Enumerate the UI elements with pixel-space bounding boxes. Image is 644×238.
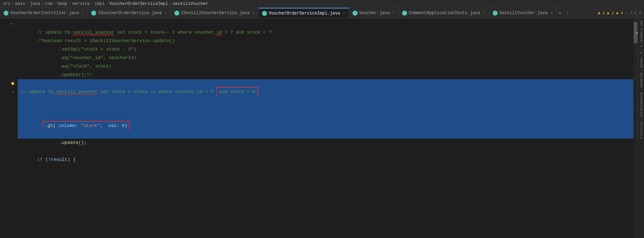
code-line-3: .setSql("stock = stock - 1")	[18, 37, 633, 45]
tab-seckill-voucher[interactable]: SeckillVoucher.java ×	[489, 8, 557, 18]
side-label-key-promoter[interactable]: Key Promoter X	[639, 18, 644, 50]
code-line-16: if (!result) {	[18, 147, 633, 156]
tab-comment-application-tests[interactable]: CommentApplicationTests.java ×	[399, 8, 489, 18]
breadcrumb-hmdp[interactable]: hmdp	[57, 1, 68, 6]
code-line-2: /*boolean result = iSeckillVoucherServic…	[18, 28, 633, 37]
tab-close[interactable]: ×	[551, 11, 553, 15]
tab-icon	[402, 11, 407, 16]
warnings-area: ▲ 1 ▲ 2 ▲ 4 ✓ 7 ∧ ∨	[598, 8, 644, 18]
tab-label: Voucher.java	[359, 11, 390, 16]
tab-label: VoucherOrderController.java	[10, 11, 79, 16]
line-num-13	[0, 122, 18, 130]
scroll-marker	[636, 33, 638, 34]
code-line-8: // 5.3扣减库存(针对使用乐观锁CAS，没走完解决)	[18, 79, 633, 88]
code-line-14: .update();	[18, 130, 633, 139]
tab-icon	[91, 11, 96, 16]
tab-icon	[174, 11, 179, 16]
tab-icon	[353, 11, 358, 16]
line-num-5	[0, 54, 18, 62]
tab-icon	[4, 11, 8, 16]
scrollbar[interactable]	[633, 18, 638, 238]
tab-label: CommentApplicationTests.java	[409, 11, 480, 16]
side-panel: Key Promoter X m Maven Database Document…	[638, 18, 644, 238]
breadcrumb-method[interactable]: seckillVoucher	[173, 1, 208, 6]
line-numbers: ▶ ▷	[0, 18, 18, 238]
breadcrumb-main[interactable]: main	[15, 1, 25, 6]
line-num-16	[0, 147, 18, 156]
breadcrumb-bar: src / main / java / com / hmdp / service…	[0, 0, 644, 8]
tab-voucher-order-controller[interactable]: VoucherOrderController.java ×	[0, 8, 88, 18]
line-num-6	[0, 62, 18, 71]
editor-container: ▶ ▷ // update tb_seckill_voucher set sto…	[0, 18, 644, 238]
tab-label: ISeckillVoucherService.java	[181, 11, 250, 16]
code-line-13: .gt( column: "stock", val: 0)	[18, 122, 633, 130]
tab-voucher[interactable]: Voucher.java ×	[349, 8, 399, 18]
line-num-7	[0, 71, 18, 79]
breadcrumb-class[interactable]: VoucherOrderServiceImpl	[109, 1, 168, 6]
tab-voucher-order-service-impl[interactable]: VoucherOrderServiceImpl.java ×	[259, 8, 349, 18]
nav-down[interactable]: ∨	[639, 11, 641, 15]
code-line-9: // update tb_seckill_voucher set stock =…	[18, 88, 633, 96]
code-line-12: .eq( column: "voucher_id", voucherId)	[18, 113, 633, 122]
arrow-indicator: ▷	[12, 88, 14, 96]
code-line-1: // update tb_seckill_voucher set stock =…	[18, 20, 633, 28]
line-num-11	[0, 105, 18, 113]
tab-overflow-button[interactable]: ▾	[557, 8, 564, 18]
line-num-1: ▶	[0, 20, 18, 28]
tab-icon	[262, 11, 267, 16]
code-editor[interactable]: // update tb_seckill_voucher set stock =…	[18, 18, 633, 238]
code-line-4: .eq("voucher_id", voucherId)	[18, 45, 633, 54]
line-num-10	[0, 96, 18, 105]
tab-close[interactable]: ×	[82, 11, 84, 15]
line-num-12	[0, 113, 18, 122]
line-num-14	[0, 130, 18, 139]
side-label-documentation[interactable]: Documentation	[639, 90, 644, 120]
tab-ivoucher-order-service[interactable]: IVoucherOrderService.java ×	[88, 8, 170, 18]
code-line-5: .eq("stock", stock)	[18, 54, 633, 62]
breadcrumb-service[interactable]: service	[72, 1, 90, 6]
side-label-m[interactable]: m	[639, 50, 644, 56]
breadcrumb-com[interactable]: com	[45, 1, 53, 6]
tab-close[interactable]: ×	[343, 11, 345, 15]
red-box-highlight: and stock > 0	[216, 87, 258, 97]
code-line-15	[18, 139, 633, 147]
tab-iseckill-voucher-service[interactable]: ISeckillVoucherService.java ×	[171, 8, 259, 18]
code-line-7	[18, 71, 633, 79]
nav-up[interactable]: ∧	[634, 11, 637, 15]
tab-label: SeckillVoucher.java	[499, 11, 548, 16]
tab-label: VoucherOrderServiceImpl.java	[269, 11, 340, 16]
line-num-9: ▷	[0, 88, 18, 96]
line-num-15	[0, 139, 18, 147]
side-label-structure[interactable]: Structure	[639, 120, 644, 141]
tab-label: IVoucherOrderService.java	[98, 11, 162, 16]
code-line-10: boolean result = iSeckillVoucherService.…	[18, 96, 633, 105]
tab-more-button[interactable]: ⋮	[563, 8, 572, 18]
warning-2: ▲ 2	[607, 11, 614, 15]
code-line-6: .update();*/	[18, 62, 633, 71]
breadcrumb-impl[interactable]: impl	[94, 1, 105, 6]
tab-icon	[493, 11, 498, 16]
code-line-11: .setSql("stock = stock - 1")	[18, 105, 633, 113]
side-label-maven[interactable]: Maven	[639, 56, 644, 70]
tab-close[interactable]: ×	[483, 11, 485, 15]
tab-close[interactable]: ×	[164, 11, 167, 15]
tab-close[interactable]: ×	[393, 11, 395, 15]
line-num-8	[0, 79, 18, 88]
line-num-3	[0, 37, 18, 45]
breadcrumb-src[interactable]: src	[3, 1, 11, 6]
tab-close[interactable]: ×	[253, 11, 255, 15]
breakpoint-indicator	[11, 82, 14, 85]
line-num-4	[0, 45, 18, 54]
line-num-2	[0, 28, 18, 37]
tab-bar: VoucherOrderController.java × IVoucherOr…	[0, 8, 644, 18]
warning-1: ▲ 1	[598, 11, 605, 15]
warning-3: ▲ 4	[616, 11, 623, 15]
side-label-database[interactable]: Database	[639, 70, 644, 90]
check-mark: ✓ 7	[625, 11, 632, 15]
fold-arrow-1: ▶	[11, 20, 13, 28]
red-box-gt: .gt( column: "stock", val: 0)	[42, 121, 129, 131]
breadcrumb-java[interactable]: java	[30, 1, 40, 6]
